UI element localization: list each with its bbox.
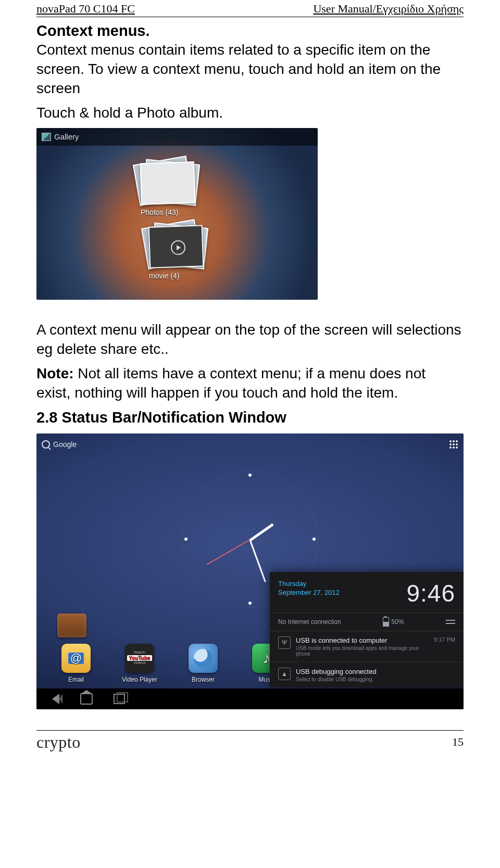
- youtube-icon: Watch YouTube videos: [125, 644, 154, 673]
- app-dock: Email Watch YouTube videos Video Player …: [57, 644, 285, 683]
- search-icon: [42, 440, 50, 449]
- bookshelf-icon[interactable]: [57, 614, 86, 637]
- video-thumb-icon: [148, 225, 204, 269]
- home-screenshot: Google Email Watch YouTub: [36, 433, 464, 709]
- panel-status-row[interactable]: No Internet connection 50%: [270, 613, 464, 631]
- settings-sliders-icon[interactable]: [446, 618, 455, 626]
- app-label: Email: [57, 676, 95, 683]
- panel-time: 9:46: [406, 579, 455, 607]
- notif-title: USB debugging connected: [296, 668, 455, 675]
- notif-time: 9:17 PM: [434, 636, 455, 643]
- google-search-widget[interactable]: Google: [42, 440, 77, 449]
- brand-logo: crypto: [36, 733, 81, 752]
- notification-panel[interactable]: Thursday September 27, 2012 9:46 No Inte…: [270, 572, 464, 687]
- app-video-player[interactable]: Watch YouTube videos Video Player: [121, 644, 158, 683]
- album-movie[interactable]: movie (4): [149, 226, 201, 269]
- warning-icon: ▲: [278, 668, 291, 680]
- app-email[interactable]: Email: [57, 644, 95, 683]
- hour-hand-icon: [249, 523, 274, 541]
- photo-thumb-icon: [140, 161, 196, 205]
- gallery-title: Gallery: [54, 132, 79, 141]
- notification-usb-debugging[interactable]: ▲ USB debugging connected Select to disa…: [270, 662, 464, 687]
- back-button-icon[interactable]: [52, 694, 59, 704]
- network-status: No Internet connection: [278, 618, 341, 626]
- touch-hold-instruction: Touch & hold a Photo album.: [36, 104, 464, 123]
- context-menus-paragraph: Context menus contain items related to a…: [36, 41, 464, 98]
- email-icon: [61, 644, 91, 673]
- page-number: 15: [452, 735, 464, 749]
- clock-tick: [248, 474, 252, 477]
- recents-button-icon[interactable]: [114, 694, 125, 704]
- page-footer: crypto 15: [36, 730, 464, 752]
- apps-grid-icon[interactable]: [449, 440, 458, 449]
- system-nav-bar: [36, 688, 464, 709]
- page-header: novaPad 70 C104 FC User Manual/Εγχειρίδι…: [36, 0, 464, 17]
- picture-icon: [42, 133, 51, 141]
- app-label: Video Player: [121, 676, 158, 683]
- panel-date: Thursday September 27, 2012: [278, 579, 340, 597]
- home-button-icon[interactable]: [80, 693, 93, 705]
- clock-tick: [184, 538, 188, 541]
- battery-icon: [383, 617, 389, 627]
- notification-usb-connected[interactable]: Ψ USB is connected to computer USB mode …: [270, 631, 464, 662]
- second-hand-icon: [206, 539, 250, 565]
- notif-title: USB is connected to computer: [296, 636, 429, 644]
- shelf-row: [57, 606, 255, 637]
- heading-context-menus: Context menus.: [36, 22, 464, 40]
- app-browser[interactable]: Browser: [184, 644, 222, 683]
- gallery-app-bar[interactable]: Gallery: [36, 128, 318, 146]
- minute-hand-icon: [249, 540, 266, 582]
- header-left: novaPad 70 C104 FC: [36, 2, 135, 16]
- notif-subtitle: USB mode lets you download apps and mana…: [296, 645, 429, 657]
- notif-subtitle: Select to disable USB debugging.: [296, 676, 455, 682]
- clock-tick: [312, 538, 316, 541]
- globe-icon: [189, 644, 218, 673]
- album-photos-caption: Photos (43): [141, 208, 178, 216]
- battery-status: 50%: [383, 617, 404, 627]
- app-label: Browser: [184, 676, 222, 683]
- clock-tick: [248, 602, 252, 605]
- note-label: Note:: [36, 365, 74, 381]
- album-movie-caption: movie (4): [149, 272, 179, 280]
- context-menu-note: Note: Not all items have a context menu;…: [36, 364, 464, 403]
- usb-icon: Ψ: [278, 636, 291, 649]
- header-right: User Manual/Εγχειρίδιο Χρήσης: [313, 2, 464, 16]
- google-label: Google: [53, 440, 77, 449]
- play-icon: [171, 240, 186, 255]
- note-body: Not all items have a context menu; if a …: [36, 365, 426, 401]
- context-menu-result: A context menu will appear on the top of…: [36, 321, 464, 359]
- gallery-screenshot: Gallery Photos (43) movie (4): [36, 128, 318, 300]
- heading-status-bar: 2.8 Status Bar/Notification Window: [36, 409, 464, 426]
- album-photos[interactable]: Photos (43): [141, 162, 193, 205]
